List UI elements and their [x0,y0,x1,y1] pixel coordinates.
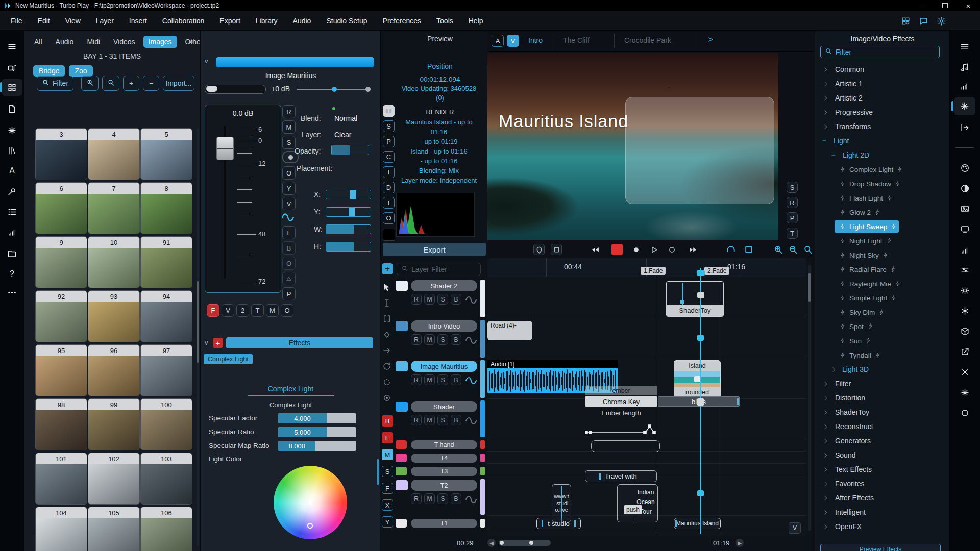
clip-indian[interactable]: Indian Ocean Tourpush [617,484,658,522]
fx-effect-complex-light[interactable]: Complex Light [815,162,950,177]
add-track-button[interactable]: + [382,263,393,274]
media-item[interactable]: 103 [140,453,192,505]
menu-item-edit[interactable]: Edit [30,11,58,31]
record-dot-button[interactable] [630,244,642,255]
tag-bridge[interactable]: Bridge [33,65,65,77]
video-canvas[interactable]: ~ Mauritius Island [487,53,778,240]
timeline-letter-m[interactable]: M [382,449,393,460]
menu-item-file[interactable]: File [3,11,30,31]
track-button-b[interactable]: B [451,294,461,305]
settings-gear-icon[interactable] [937,16,946,26]
fx-group-common[interactable]: Common [815,62,950,77]
strip-button-t[interactable]: T [251,304,264,317]
marker-button[interactable] [533,244,545,255]
export-button[interactable]: Export [383,243,486,256]
zoom-in-button[interactable] [773,244,784,255]
brightness-icon[interactable] [954,282,975,299]
side-button-y-5[interactable]: Y [282,182,296,195]
fx-group-reconstruct[interactable]: Reconstruct [815,419,950,434]
marker-1fade[interactable]: 1.Fade [641,267,666,275]
param-slider[interactable]: 4.000 [278,413,356,423]
strip-button-2[interactable]: 2 [236,304,249,317]
playhead-grip[interactable] [697,292,704,298]
marker-2fade[interactable]: 2.Fade [704,267,729,275]
clip-shadertoy[interactable]: ShaderToy [666,281,724,317]
inspector-scrollbar[interactable] [377,66,379,546]
media-item[interactable]: 8 [140,182,192,234]
fx-effect-radial-flare[interactable]: Radial Flare [815,262,950,277]
fx-group-light-3d[interactable]: Light 3D [815,362,950,377]
minimize-button[interactable] [910,0,933,11]
envelope-curve[interactable] [585,416,659,437]
filter-button[interactable]: Filter [37,76,74,91]
track-name[interactable]: T hand [411,440,477,449]
track-color-chip[interactable] [396,402,408,412]
track-color-chip[interactable] [396,467,407,475]
color-wheel-marker[interactable] [307,523,313,529]
fx-group-favorites[interactable]: Favorites [815,477,950,491]
tab-videos[interactable]: Videos [108,36,140,48]
track-header-shader[interactable]: ShaderRMSB [395,400,486,437]
clip-travel[interactable]: Travel with [585,470,657,482]
track-color-chip[interactable] [396,281,408,291]
strip-button-f[interactable]: F [207,304,219,317]
clip-tstudio-live[interactable]: www.t-studio.live [552,484,571,522]
track-button-s[interactable]: S [437,415,448,425]
strip-button-v[interactable]: V [222,304,234,317]
track-name[interactable]: T4 [411,454,477,463]
menu-icon[interactable] [954,38,975,56]
track-button-b[interactable]: B [451,493,461,504]
sliders-icon[interactable] [954,261,975,279]
text-icon[interactable]: A [2,162,22,180]
track-button-b[interactable]: B [451,415,461,425]
track-name[interactable]: Image Mauritius [411,361,477,372]
opacity-slider[interactable] [331,145,369,155]
fx-group-light-2d[interactable]: Light 2D [815,148,950,162]
monitor-button-s[interactable]: S [787,182,798,193]
track-header-image-mauritius[interactable]: Image MauritiusRMSB [395,360,486,398]
share-icon[interactable] [954,343,975,360]
timeline-letter-b[interactable]: B [382,415,393,427]
param-slider[interactable]: 5.000 [278,427,356,437]
media-item[interactable]: 102 [88,453,140,505]
effects-filter-box[interactable]: Filter [820,46,940,58]
clip-right-bracket[interactable] [574,520,576,527]
track-button-m[interactable]: M [424,334,435,345]
clip-chroma-key[interactable]: Chroma Key [585,396,657,407]
monitor-button-r[interactable]: R [787,197,798,208]
fx-group-intelligent[interactable]: Intelligent [815,505,950,519]
fx-group-transforms[interactable]: Transforms [815,119,950,134]
menu-item-help[interactable]: Help [461,11,491,31]
package-icon[interactable] [954,322,975,340]
fx-effect-spot[interactable]: Spot [815,319,950,334]
fx-effect-tyndall[interactable]: Tyndall [815,348,950,362]
media-item[interactable]: 5 [140,128,192,180]
media-item[interactable]: 4 [88,128,140,180]
image-icon[interactable] [954,200,975,217]
tool-target-icon[interactable] [382,393,393,404]
maximize-button[interactable] [933,0,957,11]
tool-ibeam-icon[interactable] [382,298,393,309]
import-button[interactable]: Import... [163,76,194,91]
fx-effect-night-sky[interactable]: Night Sky [815,248,950,262]
side-button-o-4[interactable]: O [282,166,296,180]
media-item[interactable]: 105 [88,507,140,551]
zoom-out-button[interactable] [102,76,119,91]
sparkle-icon[interactable] [954,97,975,115]
track-color-chip[interactable] [396,321,408,331]
fx-effect-rayleight-mie[interactable]: Rayleight Mie [815,277,950,291]
track-curve-icon[interactable] [465,493,477,508]
bin-scrollbar[interactable] [197,128,199,546]
timeline-letter-y[interactable]: Y [382,516,393,528]
media-item[interactable]: 99 [88,398,140,450]
tool-dashed-circle-icon[interactable] [382,378,393,388]
fx-group-generators[interactable]: Generators [815,434,950,448]
clip-marker[interactable] [599,473,601,480]
tab-audio[interactable]: Audio [51,36,79,48]
circle-icon[interactable] [954,404,975,421]
media-item[interactable]: 95 [35,344,87,396]
playhead-keyframe[interactable] [697,490,704,496]
timeline-letter-x[interactable]: X [382,499,393,511]
track-button-r[interactable]: R [411,334,422,345]
track-color-chip[interactable] [396,361,408,371]
